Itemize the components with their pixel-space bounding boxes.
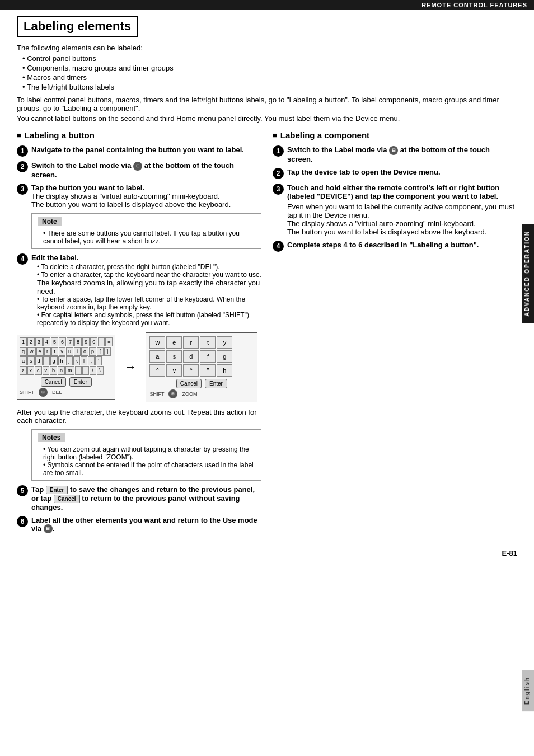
kb-zoomed-footer: SHIFT ⊞ ZOOM: [149, 389, 254, 398]
note2-item-2: Symbols cannot be entered if the point o…: [43, 461, 255, 477]
step-4-sub1: The keyboard zooms in, allowing you to t…: [37, 279, 261, 295]
zoom-row-0: w e r t y: [149, 336, 254, 349]
right-step-4-text: Complete steps 4 to 6 described in "Labe…: [287, 241, 479, 249]
right-step-2-content: Tap the device tab to open the Device me…: [287, 168, 517, 176]
zoom-row-2: ^ v ^ " h: [149, 364, 254, 377]
shift-icon: ⊞: [39, 388, 48, 397]
step-number-6: 6: [17, 516, 28, 527]
step-4-bullets: To delete a character, press the right b…: [31, 263, 261, 327]
notes-box-2: Notes You can zoom out again without tap…: [31, 429, 261, 481]
step-1-content: Navigate to the panel containing the but…: [31, 145, 261, 154]
top-bar-text: REMOTE CONTROL FEATURES: [421, 2, 527, 8]
keyboard-small-wrapper: 1234567890-= qwertyuiop[] asdfghjkl;' zx…: [17, 335, 115, 400]
right-column: Labeling a component 1 Switch to the Lab…: [273, 130, 517, 538]
step-number-3: 3: [17, 184, 28, 195]
step-3-content: Tap the button you want to label. The di…: [31, 184, 261, 209]
advanced-operation-tab: ADVANCED OPERATION: [522, 224, 534, 323]
keyboard-small: 1234567890-= qwertyuiop[] asdfghjkl;' zx…: [17, 335, 115, 400]
step-4-bullet-1: To delete a character, press the right b…: [37, 263, 261, 271]
right-step-3-normal3: The button you want to label is displaye…: [287, 228, 517, 236]
right-step-1-text: Switch to the Label mode via ⊞ at the bo…: [287, 145, 490, 163]
right-step-3-content: Touch and hold either the remote control…: [287, 184, 517, 236]
note-title-1: Note: [38, 217, 62, 226]
step-number-5: 5: [17, 485, 28, 496]
notes-title-2: Notes: [38, 433, 65, 442]
kb-footer: SHIFT ⊞ DEL: [20, 388, 113, 397]
bullet-item: Macros and timers: [22, 73, 517, 82]
right-step-3-normal1: Even when you want to label the currentl…: [287, 203, 517, 219]
step-6-text: Label all the other elements you want an…: [31, 516, 257, 533]
step-5-content: Tap Enter to save the changes and return…: [31, 485, 261, 511]
keyboard-zoomed: w e r t y a s d f g ^ v: [146, 332, 257, 402]
use-mode-icon: ⊞: [44, 524, 53, 533]
kb-enter-btn[interactable]: Enter: [69, 377, 92, 387]
right-step-4: 4 Complete steps 4 to 6 described in "La…: [273, 241, 517, 252]
step-number-1: 1: [17, 145, 28, 157]
step-4-bullet-3: To enter a space, tap the lower left cor…: [37, 295, 261, 311]
cancel-button-inline[interactable]: Cancel: [54, 495, 80, 503]
top-bar: REMOTE CONTROL FEATURES: [0, 0, 534, 10]
step-4-bullet-2: To enter a character, tap the keyboard n…: [37, 271, 261, 295]
note-list-1: There are some buttons you cannot label.…: [38, 229, 255, 245]
step-3: 3 Tap the button you want to label. The …: [17, 184, 261, 209]
right-step-num-1: 1: [273, 145, 284, 157]
step-3-normal: The display shows a "virtual auto-zoomin…: [31, 192, 261, 209]
kb-row-1: qwertyuiop[]: [20, 347, 113, 356]
right-section-title: Labeling a component: [273, 130, 517, 140]
right-step-1: 1 Switch to the Label mode via ⊞ at the …: [273, 145, 517, 163]
label-mode-icon-right: ⊞: [389, 146, 398, 155]
step-4-content: Edit the label. To delete a character, p…: [31, 253, 261, 327]
step-4-bullet-4: For capital letters and symbols, press t…: [37, 311, 261, 327]
shift-icon-zoom: ⊞: [168, 389, 177, 398]
step-2: 2 Switch to the Label mode via ⊞ at the …: [17, 161, 261, 179]
right-step-3-bold: Touch and hold either the remote control…: [287, 184, 517, 200]
step-number-2: 2: [17, 161, 28, 172]
step-2-content: Switch to the Label mode via ⊞ at the bo…: [31, 161, 261, 179]
enter-button-inline[interactable]: Enter: [46, 486, 68, 494]
right-step-1-content: Switch to the Label mode via ⊞ at the bo…: [287, 145, 517, 163]
kb-cancel-btn[interactable]: Cancel: [41, 377, 66, 387]
keyboard-arrow: →: [124, 360, 137, 374]
note-box-1: Note There are some buttons you cannot l…: [31, 213, 261, 249]
kb-row-0: 1234567890-=: [20, 337, 113, 346]
bullet-item: Components, macro groups and timer group…: [22, 64, 517, 72]
kb-zoomed-cancel-btn[interactable]: Cancel: [176, 379, 202, 388]
step-1: 1 Navigate to the panel containing the b…: [17, 145, 261, 157]
after-keyboard-text: After you tap the character, the keyboar…: [17, 408, 261, 425]
right-step-3-normal2: The display shows a "virtual auto-zoomin…: [287, 219, 517, 228]
note2-item-1: You can zoom out again without tapping a…: [43, 445, 255, 461]
step-5: 5 Tap Enter to save the changes and retu…: [17, 485, 261, 511]
note-item: There are some buttons you cannot label.…: [43, 229, 255, 245]
label-mode-icon-1: ⊞: [133, 162, 142, 171]
intro-label: The following elements can be labeled:: [17, 44, 517, 52]
right-step-num-4: 4: [273, 241, 284, 252]
notes-list-2: You can zoom out again without tapping a…: [38, 445, 255, 477]
right-step-3: 3 Touch and hold either the remote contr…: [273, 184, 517, 236]
desc-para2: You cannot label buttons on the second a…: [17, 114, 517, 123]
kb-row-2: asdfghjkl;': [20, 356, 113, 365]
bullet-item: The left/right buttons labels: [22, 83, 517, 91]
step-number-4: 4: [17, 253, 28, 265]
right-step-2-text: Tap the device tab to open the Device me…: [287, 168, 441, 176]
bullet-item: Control panel buttons: [22, 54, 517, 63]
desc-para1: To label control panel buttons, macros, …: [17, 96, 517, 112]
right-step-2: 2 Tap the device tab to open the Device …: [273, 168, 517, 179]
english-tab: English: [522, 670, 534, 711]
left-section-title: Labeling a button: [17, 130, 261, 140]
intro-bullet-list: Control panel buttons Components, macro …: [22, 54, 517, 91]
right-step-4-content: Complete steps 4 to 6 described in "Labe…: [287, 241, 517, 249]
right-step-num-2: 2: [273, 168, 284, 179]
kb-zoomed-buttons: Cancel Enter: [149, 379, 254, 388]
page-number: E-81: [17, 549, 517, 557]
kb-row-3: zxcvbnm,./\: [20, 366, 113, 375]
kb-zoomed-enter-btn[interactable]: Enter: [205, 379, 227, 388]
page-title: Labeling elements: [17, 16, 517, 44]
step-6-content: Label all the other elements you want an…: [31, 516, 261, 534]
right-step-num-3: 3: [273, 184, 284, 195]
step-4-bold: Edit the label.: [31, 253, 261, 262]
step-3-bold: Tap the button you want to label.: [31, 184, 261, 192]
kb-small-buttons: Cancel Enter: [20, 377, 113, 387]
left-column: Labeling a button 1 Navigate to the pane…: [17, 130, 261, 538]
step-2-text-pre: Switch to the Label mode via: [31, 161, 131, 170]
step-1-text: Navigate to the panel containing the but…: [31, 145, 244, 154]
